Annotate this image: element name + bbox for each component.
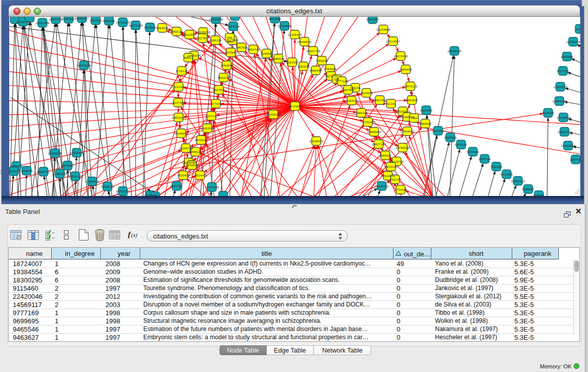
svg-text:2867608: 2867608 bbox=[235, 46, 248, 49]
svg-text:6497568: 6497568 bbox=[342, 88, 355, 92]
svg-text:21364436: 21364436 bbox=[344, 99, 359, 102]
svg-text:9457791: 9457791 bbox=[170, 184, 183, 188]
svg-text:14136141: 14136141 bbox=[375, 184, 389, 188]
svg-text:546: 546 bbox=[227, 36, 233, 39]
svg-text:10961758: 10961758 bbox=[306, 49, 320, 53]
svg-text:17654923: 17654923 bbox=[400, 129, 415, 133]
svg-text:1527602: 1527602 bbox=[90, 18, 102, 22]
svg-text:8912954: 8912954 bbox=[183, 33, 196, 36]
svg-text:8878332: 8878332 bbox=[195, 138, 208, 142]
svg-text:1615132: 1615132 bbox=[385, 165, 398, 168]
svg-text:6479197: 6479197 bbox=[455, 143, 468, 146]
svg-text:8215955: 8215955 bbox=[542, 111, 555, 115]
svg-text:10807487: 10807487 bbox=[373, 98, 387, 102]
svg-text:1440954: 1440954 bbox=[432, 129, 445, 133]
svg-text:(x): (x) bbox=[131, 232, 138, 238]
svg-text:7986322: 7986322 bbox=[355, 111, 368, 115]
svg-text:5498222: 5498222 bbox=[189, 150, 202, 154]
svg-text:7955812: 7955812 bbox=[316, 59, 329, 62]
svg-text:23226053: 23226053 bbox=[196, 30, 210, 34]
svg-text:16210643: 16210643 bbox=[556, 116, 571, 119]
svg-text:16120746: 16120746 bbox=[389, 160, 404, 163]
svg-text:8471626: 8471626 bbox=[500, 172, 513, 176]
svg-text:7632621: 7632621 bbox=[490, 165, 503, 168]
svg-text:12097799: 12097799 bbox=[49, 17, 63, 21]
svg-text:10107554: 10107554 bbox=[171, 101, 185, 104]
svg-text:9245652: 9245652 bbox=[522, 187, 535, 191]
svg-text:6966160: 6966160 bbox=[103, 19, 116, 23]
svg-text:25300203: 25300203 bbox=[266, 113, 280, 116]
svg-text:7663822: 7663822 bbox=[156, 26, 169, 30]
svg-text:1362615: 1362615 bbox=[297, 64, 310, 68]
svg-text:19756928: 19756928 bbox=[396, 146, 410, 149]
svg-text:417004: 417004 bbox=[211, 102, 222, 105]
svg-text:11451544: 11451544 bbox=[53, 172, 67, 176]
svg-text:12093872: 12093872 bbox=[553, 85, 568, 89]
svg-text:8899695: 8899695 bbox=[419, 122, 432, 125]
svg-text:12975115: 12975115 bbox=[403, 84, 418, 88]
svg-text:23975867: 23975867 bbox=[60, 164, 75, 167]
svg-text:12923468: 12923468 bbox=[143, 193, 158, 196]
svg-text:7625402: 7625402 bbox=[177, 173, 190, 177]
svg-text:924565: 924565 bbox=[534, 193, 545, 196]
svg-text:1156829: 1156829 bbox=[20, 169, 33, 172]
svg-text:1985061: 1985061 bbox=[10, 164, 23, 168]
svg-text:18724007: 18724007 bbox=[288, 104, 302, 108]
svg-text:1409948: 1409948 bbox=[186, 163, 199, 167]
svg-text:9242848: 9242848 bbox=[221, 63, 233, 67]
svg-text:98961: 98961 bbox=[184, 56, 193, 59]
svg-text:19654924: 19654924 bbox=[171, 116, 186, 119]
svg-text:20053346: 20053346 bbox=[77, 63, 91, 67]
svg-text:8813054: 8813054 bbox=[269, 17, 281, 20]
svg-text:17016504: 17016504 bbox=[561, 144, 575, 147]
svg-text:17359924: 17359924 bbox=[70, 151, 84, 155]
svg-text:12505135: 12505135 bbox=[68, 174, 82, 178]
svg-text:11121: 11121 bbox=[576, 27, 580, 31]
svg-text:2935114: 2935114 bbox=[478, 157, 491, 161]
svg-text:9329965: 9329965 bbox=[561, 55, 574, 58]
svg-text:15640910: 15640910 bbox=[297, 40, 312, 43]
svg-text:7515526: 7515526 bbox=[144, 26, 157, 29]
svg-text:2803144: 2803144 bbox=[217, 76, 230, 79]
svg-text:19338454: 19338454 bbox=[309, 139, 323, 143]
svg-text:5322037: 5322037 bbox=[286, 60, 299, 64]
svg-text:7464: 7464 bbox=[410, 116, 418, 120]
svg-text:10025433: 10025433 bbox=[396, 110, 410, 113]
svg-text:8660124: 8660124 bbox=[170, 30, 183, 33]
svg-text:10973493: 10973493 bbox=[394, 54, 408, 58]
svg-text:5675685: 5675685 bbox=[225, 51, 237, 54]
svg-text:9227342: 9227342 bbox=[557, 69, 570, 73]
svg-text:10653267: 10653267 bbox=[75, 17, 89, 20]
svg-text:10654112: 10654112 bbox=[511, 179, 525, 183]
svg-text:15692971: 15692971 bbox=[557, 130, 572, 134]
svg-text:16154808: 16154808 bbox=[376, 28, 390, 31]
svg-text:9777169: 9777169 bbox=[336, 79, 349, 83]
svg-text:10958107: 10958107 bbox=[100, 185, 115, 188]
svg-text:15751074: 15751074 bbox=[566, 40, 580, 43]
svg-text:8938923: 8938923 bbox=[444, 136, 457, 139]
svg-text:2087682: 2087682 bbox=[366, 17, 379, 21]
svg-text:11325419: 11325419 bbox=[288, 33, 302, 36]
svg-text:20206565: 20206565 bbox=[48, 151, 62, 155]
svg-text:1588520: 1588520 bbox=[272, 57, 285, 60]
svg-text:9313460: 9313460 bbox=[420, 108, 433, 112]
svg-text:1733426: 1733426 bbox=[395, 188, 407, 191]
svg-text:12213369: 12213369 bbox=[171, 85, 186, 89]
svg-text:21053287: 21053287 bbox=[61, 17, 76, 20]
svg-text:3915413: 3915413 bbox=[9, 169, 20, 173]
svg-text:7357224: 7357224 bbox=[227, 25, 240, 28]
svg-text:62160: 62160 bbox=[386, 102, 396, 105]
svg-text:9084067: 9084067 bbox=[379, 154, 392, 157]
svg-text:6794028: 6794028 bbox=[324, 67, 337, 71]
svg-text:18807249: 18807249 bbox=[372, 142, 386, 146]
svg-text:17957255: 17957255 bbox=[85, 180, 99, 183]
svg-text:19166829: 19166829 bbox=[174, 132, 188, 135]
svg-text:14055713: 14055713 bbox=[16, 20, 30, 24]
svg-text:10719155: 10719155 bbox=[116, 20, 130, 24]
svg-text:252214: 252214 bbox=[390, 178, 401, 181]
svg-text:9146821: 9146821 bbox=[260, 52, 273, 55]
svg-text:14353594: 14353594 bbox=[200, 126, 214, 130]
svg-text:8454749: 8454749 bbox=[247, 48, 260, 51]
svg-text:16914479: 16914479 bbox=[193, 173, 207, 177]
svg-text:3267110: 3267110 bbox=[205, 114, 217, 118]
